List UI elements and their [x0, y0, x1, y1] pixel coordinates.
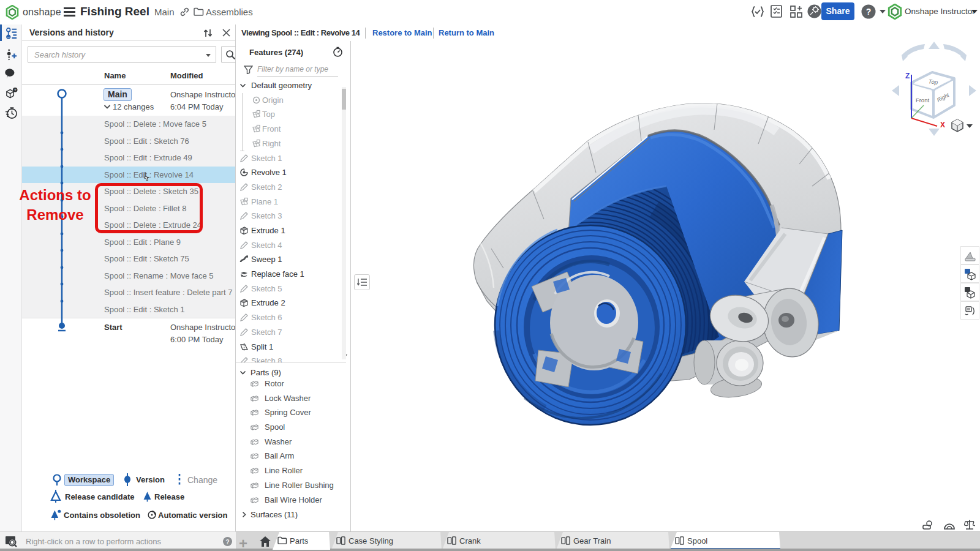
- svg-text:Top: Top: [928, 78, 938, 86]
- svg-text:?: ?: [866, 7, 872, 17]
- svg-text:Z: Z: [905, 72, 910, 80]
- svg-text:X: X: [940, 121, 945, 129]
- svg-text:Front: Front: [916, 97, 930, 103]
- svg-text:?: ?: [225, 538, 229, 545]
- svg-text:?: ?: [14, 88, 17, 92]
